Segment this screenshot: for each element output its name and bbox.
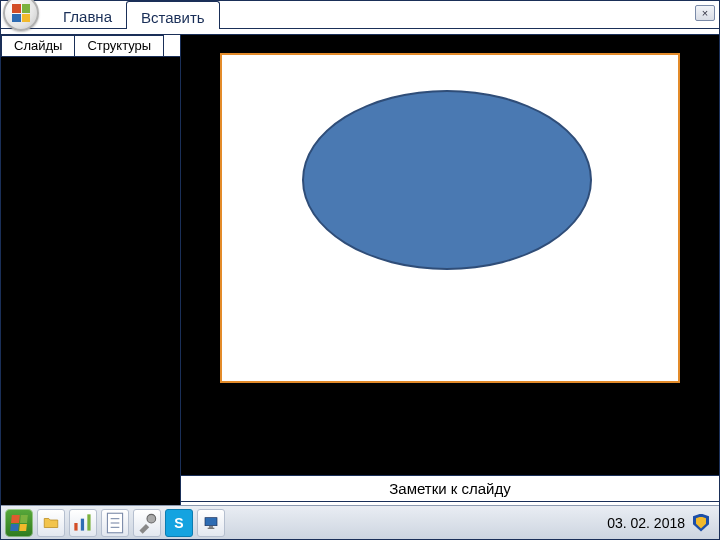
taskbar-clock[interactable]: 03. 02. 2018: [607, 515, 685, 531]
ribbon-tab-home[interactable]: Главна: [49, 1, 126, 28]
office-logo-icon: [12, 4, 30, 22]
svg-point-7: [147, 514, 156, 523]
windows-flag-icon: [10, 515, 28, 531]
tools-icon: [134, 510, 160, 536]
left-pane: Слайды Структуры: [1, 35, 181, 505]
content-area: Слайды Структуры Заметки к слайду: [1, 35, 719, 505]
svg-rect-2: [87, 514, 90, 530]
pane-tabs: Слайды Структуры: [1, 35, 180, 57]
chart-icon: [70, 510, 96, 536]
system-tray: 03. 02. 2018: [607, 514, 715, 532]
start-button[interactable]: [5, 509, 33, 537]
app-window: Главна Вставить × Слайды Структуры Замет…: [0, 0, 720, 540]
svg-rect-0: [74, 523, 77, 531]
title-bar: Главна Вставить ×: [1, 1, 719, 29]
ribbon-tab-insert[interactable]: Вставить: [126, 1, 220, 29]
svg-rect-8: [205, 517, 217, 525]
quicklaunch-app1-icon[interactable]: [69, 509, 97, 537]
slide-frame[interactable]: [220, 53, 680, 383]
slide-canvas[interactable]: [181, 35, 719, 475]
ribbon-tabs: Главна Вставить: [49, 1, 220, 28]
svg-rect-1: [81, 518, 84, 530]
quicklaunch-app2-icon[interactable]: [101, 509, 129, 537]
quicklaunch-explorer-icon[interactable]: [37, 509, 65, 537]
thumbnail-list[interactable]: [1, 57, 180, 505]
folder-icon: [42, 514, 60, 532]
status-strip: [181, 501, 719, 505]
notes-placeholder[interactable]: Заметки к слайду: [181, 475, 719, 501]
taskbar: S 03. 02. 2018: [1, 505, 719, 539]
oval-shape[interactable]: [302, 90, 592, 270]
svg-rect-10: [208, 527, 215, 528]
pane-tab-slides[interactable]: Слайды: [1, 35, 75, 56]
security-shield-icon[interactable]: [693, 514, 709, 532]
quicklaunch-app3-icon[interactable]: [133, 509, 161, 537]
office-button[interactable]: [3, 0, 39, 31]
pane-tab-outline[interactable]: Структуры: [74, 35, 164, 56]
window-close-button[interactable]: ×: [695, 5, 715, 21]
svg-rect-9: [209, 526, 213, 527]
slide-area: Заметки к слайду: [181, 35, 719, 505]
monitor-icon: [203, 515, 219, 531]
document-icon: [102, 510, 128, 536]
taskbar-monitor-icon[interactable]: [197, 509, 225, 537]
taskbar-skype-icon[interactable]: S: [165, 509, 193, 537]
